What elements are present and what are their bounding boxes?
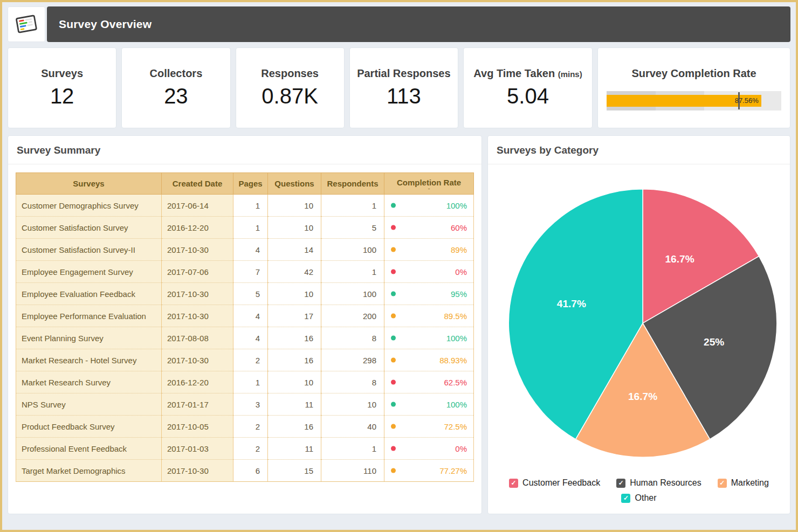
questions-cell: 10: [268, 371, 321, 393]
table-row[interactable]: Customer Demographics Survey 2017-06-14 …: [16, 195, 474, 217]
questions-cell: 10: [268, 195, 321, 217]
legend-label: Other: [635, 493, 656, 503]
completion-rate-value: 89%: [451, 245, 467, 254]
created-date-cell: 2017-08-08: [162, 327, 233, 349]
status-dot-icon: [391, 336, 396, 341]
kpi-row: Surveys 12 Collectors 23 Responses 0.87K…: [8, 47, 790, 128]
legend-checkbox-icon[interactable]: ✓: [616, 479, 625, 488]
kpi-label: Avg Time Taken (mins): [464, 67, 592, 80]
survey-name-cell: Market Research - Hotel Survey: [16, 349, 162, 371]
status-dot-icon: [391, 225, 396, 230]
questions-cell: 14: [268, 239, 321, 261]
kpi-label: Survey Completion Rate: [598, 67, 790, 80]
legend-checkbox-icon[interactable]: ✓: [718, 479, 727, 488]
table-row[interactable]: NPS Survey 2017-01-17 3 11 10 100%: [16, 393, 474, 416]
status-dot-icon: [391, 468, 396, 473]
kpi-value: 5.04: [464, 84, 592, 108]
legend-item-human-resources[interactable]: ✓ Human Resources: [616, 478, 701, 488]
created-date-cell: 2017-07-06: [162, 261, 233, 283]
kpi-label: Collectors: [122, 67, 230, 80]
pie-chart-svg[interactable]: 16.7%25%16.7%41.7%: [488, 164, 790, 476]
completion-rate-value: 72.5%: [444, 422, 467, 431]
table-row[interactable]: Customer Satisfaction Survey 2016-12-20 …: [16, 217, 474, 239]
respondents-cell: 1: [321, 438, 384, 460]
kpi-label: Partial Responses: [350, 67, 458, 80]
kpi-value: 113: [350, 84, 458, 108]
pages-cell: 6: [233, 460, 268, 482]
survey-name-cell: Event Planning Survey: [16, 327, 162, 349]
completion-rate-cell: 77.27%: [384, 460, 474, 482]
respondents-cell: 100: [321, 239, 384, 261]
respondents-cell: 40: [321, 416, 384, 438]
legend-label: Customer Feedback: [522, 478, 600, 488]
panel-title-survey-summary: Survey Summary: [8, 136, 481, 164]
survey-name-cell: Employee Evaluation Feedback: [16, 283, 162, 305]
table-row[interactable]: Event Planning Survey 2017-08-08 4 16 8 …: [16, 327, 474, 349]
table-row[interactable]: Employee Engagement Survey 2017-07-06 7 …: [16, 261, 474, 283]
table-row[interactable]: Customer Satisfaction Survey-II 2017-10-…: [16, 239, 474, 261]
pie-slice-value-label: 25%: [704, 336, 724, 348]
category-pie-chart[interactable]: 16.7%25%16.7%41.7%: [488, 164, 790, 476]
respondents-cell: 8: [321, 327, 384, 349]
completion-rate-cell: 72.5%: [384, 416, 474, 438]
pages-cell: 7: [233, 261, 268, 283]
completion-rate-cell: 100%: [384, 393, 474, 416]
pages-cell: 3: [233, 393, 268, 416]
legend-item-customer-feedback[interactable]: ✓ Customer Feedback: [509, 478, 600, 488]
respondents-cell: 1: [321, 261, 384, 283]
table-row[interactable]: Employee Evaluation Feedback 2017-10-30 …: [16, 283, 474, 305]
surveys-by-category-panel: Surveys by Category 16.7%25%16.7%41.7% ✓…: [487, 135, 790, 514]
questions-cell: 10: [268, 283, 321, 305]
column-header-surveys[interactable]: Surveys: [16, 173, 162, 195]
titlebar: Survey Overview: [8, 6, 790, 42]
legend-checkbox-icon[interactable]: ✓: [621, 494, 630, 503]
pie-slice-value-label: 16.7%: [665, 253, 694, 265]
table-row[interactable]: Target Market Demographics 2017-10-30 6 …: [16, 460, 474, 482]
pages-cell: 1: [233, 195, 268, 217]
survey-report-icon: [14, 12, 39, 37]
survey-name-cell: Product Feedback Survey: [16, 416, 162, 438]
column-header-questions[interactable]: Questions: [268, 173, 321, 195]
questions-cell: 11: [268, 438, 321, 460]
summary-table-header-row: Surveys Created Date Pages Questions Res…: [16, 173, 474, 195]
survey-name-cell: Target Market Demographics: [16, 460, 162, 482]
kpi-card-avg-time-taken: Avg Time Taken (mins) 5.04: [463, 47, 593, 128]
table-row[interactable]: Employee Performance Evaluation 2017-10-…: [16, 305, 474, 327]
column-header-pages[interactable]: Pages: [233, 173, 268, 195]
table-row[interactable]: Market Research Survey 2016-12-20 1 10 8…: [16, 371, 474, 393]
pages-cell: 2: [233, 349, 268, 371]
questions-cell: 17: [268, 305, 321, 327]
survey-name-cell: Customer Satisfaction Survey-II: [16, 239, 162, 261]
panel-title-surveys-by-category: Surveys by Category: [488, 136, 790, 164]
legend-checkbox-icon[interactable]: ✓: [509, 479, 518, 488]
created-date-cell: 2017-10-30: [162, 460, 233, 482]
page-title: Survey Overview: [59, 18, 152, 31]
completion-rate-cell: 100%: [384, 195, 474, 217]
survey-name-cell: Market Research Survey: [16, 371, 162, 393]
table-row[interactable]: Product Feedback Survey 2017-10-05 2 16 …: [16, 416, 474, 438]
summary-table-body: Customer Demographics Survey 2017-06-14 …: [16, 195, 474, 482]
column-header-created-date[interactable]: Created Date: [162, 173, 233, 195]
pages-cell: 4: [233, 327, 268, 349]
pie-slice-value-label: 41.7%: [557, 298, 586, 309]
column-header-completion-rate[interactable]: Completion Rate -: [384, 173, 474, 195]
column-header-respondents[interactable]: Respondents: [321, 173, 384, 195]
completion-rate-cell: 95%: [384, 283, 474, 305]
completion-rate-cell: 88.93%: [384, 349, 474, 371]
completion-rate-value: 88.93%: [439, 356, 467, 365]
legend-item-marketing[interactable]: ✓ Marketing: [718, 478, 769, 488]
kpi-value: 0.87K: [236, 84, 344, 108]
status-dot-icon: [391, 380, 396, 385]
completion-rate-cell: 60%: [384, 217, 474, 239]
table-row[interactable]: Professional Event Feedback 2017-01-03 2…: [16, 438, 474, 460]
survey-name-cell: NPS Survey: [16, 393, 162, 416]
legend-label: Human Resources: [630, 478, 701, 488]
kpi-label-text: Avg Time Taken: [473, 67, 555, 79]
kpi-label: Surveys: [8, 67, 116, 80]
legend-item-other[interactable]: ✓ Other: [621, 493, 656, 503]
pages-cell: 1: [233, 371, 268, 393]
table-row[interactable]: Market Research - Hotel Survey 2017-10-3…: [16, 349, 474, 371]
completion-rate-cell: 62.5%: [384, 371, 474, 393]
survey-summary-panel: Survey Summary Surveys Created Date Page…: [8, 135, 482, 514]
created-date-cell: 2017-06-14: [162, 195, 233, 217]
